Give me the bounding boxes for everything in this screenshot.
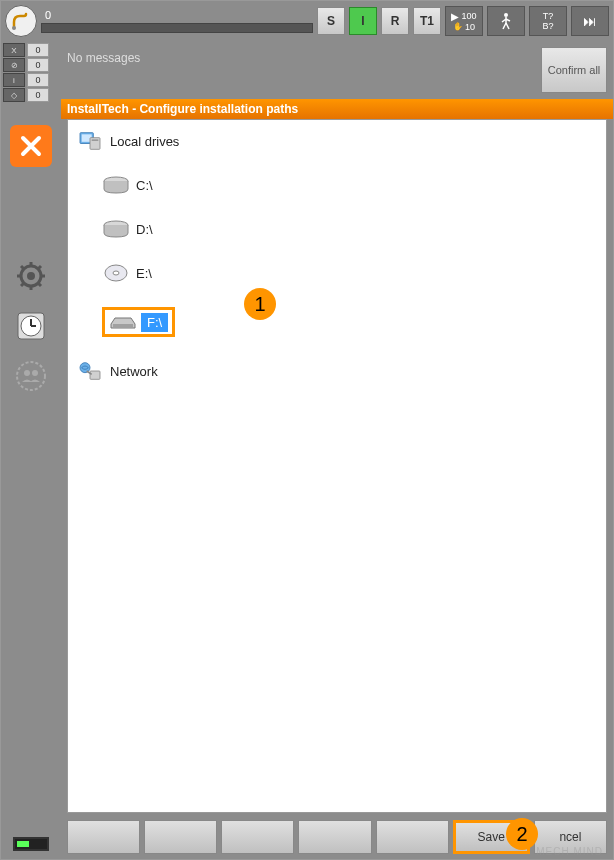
drive-d[interactable]: D:\ <box>102 216 598 242</box>
removable-icon <box>109 312 137 332</box>
run-icon[interactable] <box>487 6 525 36</box>
drive-f-label: F:\ <box>141 313 168 332</box>
t-bottom: B? <box>542 21 553 31</box>
svg-point-18 <box>32 370 38 376</box>
gear-icon[interactable] <box>12 257 50 295</box>
speed-value: 0 <box>41 9 313 21</box>
status-warn-val: 0 <box>27 58 49 72</box>
rate-bottom: 10 <box>465 22 475 32</box>
svg-point-3 <box>27 272 35 280</box>
svg-point-16 <box>17 362 45 390</box>
status-x-val: 0 <box>27 43 49 57</box>
window-title: InstallTech - Configure installation pat… <box>61 99 613 119</box>
skip-icon[interactable]: ⏭ <box>571 6 609 36</box>
drive-e[interactable]: E:\ <box>102 260 598 286</box>
network-icon <box>76 361 104 381</box>
hdd-icon <box>102 175 130 195</box>
svg-point-28 <box>80 363 90 373</box>
svg-rect-29 <box>90 371 100 379</box>
svg-rect-22 <box>92 139 99 141</box>
svg-line-10 <box>21 283 24 286</box>
close-button[interactable] <box>10 125 52 167</box>
svg-line-9 <box>38 283 41 286</box>
bottom-btn-3[interactable] <box>221 820 294 854</box>
drive-c-label: C:\ <box>136 178 153 193</box>
mode-r-button[interactable]: R <box>381 7 409 35</box>
confirm-all-button[interactable]: Confirm all <box>541 47 607 93</box>
top-toolbar: 0 S I R T1 ▶100 ✋10 T? B? ⏭ <box>1 1 613 41</box>
message-area: No messages Confirm all <box>61 41 613 99</box>
drive-c[interactable]: C:\ <box>102 172 598 198</box>
drive-d-label: D:\ <box>136 222 153 237</box>
status-diamond-val: 0 <box>27 88 49 102</box>
main-area: No messages Confirm all InstallTech - Co… <box>61 41 613 860</box>
rate-top: 100 <box>461 11 476 21</box>
tree-network[interactable]: Network <box>76 358 598 384</box>
tree-panel: Local drives C:\ D:\ E:\ <box>67 119 607 813</box>
svg-point-1 <box>504 13 508 17</box>
speed-bar[interactable] <box>41 23 313 33</box>
mode-i-button[interactable]: I <box>349 7 377 35</box>
bottom-btn-2[interactable] <box>144 820 217 854</box>
users-icon[interactable] <box>12 357 50 395</box>
drive-f-selected[interactable]: F:\ <box>102 304 598 340</box>
tree-local-drives[interactable]: Local drives <box>76 128 598 154</box>
status-diamond-icon: ◇ <box>3 88 25 102</box>
drive-e-label: E:\ <box>136 266 152 281</box>
status-indicators: X0 ⊘0 i0 ◇0 <box>1 41 61 105</box>
speed-area: 0 <box>41 9 313 33</box>
svg-rect-27 <box>113 324 133 327</box>
tree-local-label: Local drives <box>110 134 179 149</box>
battery-icon <box>13 837 49 851</box>
t-top: T? <box>543 11 554 21</box>
hdd-icon <box>102 219 130 239</box>
tree-network-label: Network <box>110 364 158 379</box>
bottom-btn-4[interactable] <box>298 820 371 854</box>
robot-icon[interactable] <box>5 5 37 37</box>
svg-line-8 <box>21 266 24 269</box>
svg-line-11 <box>38 266 41 269</box>
cd-icon <box>102 263 130 283</box>
status-info-icon: i <box>3 73 25 87</box>
left-sidebar: X0 ⊘0 i0 ◇0 <box>1 41 61 860</box>
status-warn-icon: ⊘ <box>3 58 25 72</box>
svg-point-0 <box>12 26 16 30</box>
tool-icon[interactable]: T? B? <box>529 6 567 36</box>
speed-rate-button[interactable]: ▶100 ✋10 <box>445 6 483 36</box>
svg-point-26 <box>113 271 119 275</box>
svg-point-17 <box>24 370 30 376</box>
bottom-btn-5[interactable] <box>376 820 449 854</box>
status-info-val: 0 <box>27 73 49 87</box>
status-x-icon: X <box>3 43 25 57</box>
callout-2: 2 <box>506 818 538 850</box>
callout-1: 1 <box>244 288 276 320</box>
computer-icon <box>76 131 104 151</box>
clock-icon[interactable] <box>12 307 50 345</box>
bottom-btn-1[interactable] <box>67 820 140 854</box>
message-text: No messages <box>67 47 535 65</box>
cancel-button[interactable]: ncel <box>534 820 607 854</box>
mode-t1-button[interactable]: T1 <box>413 7 441 35</box>
mode-s-button[interactable]: S <box>317 7 345 35</box>
